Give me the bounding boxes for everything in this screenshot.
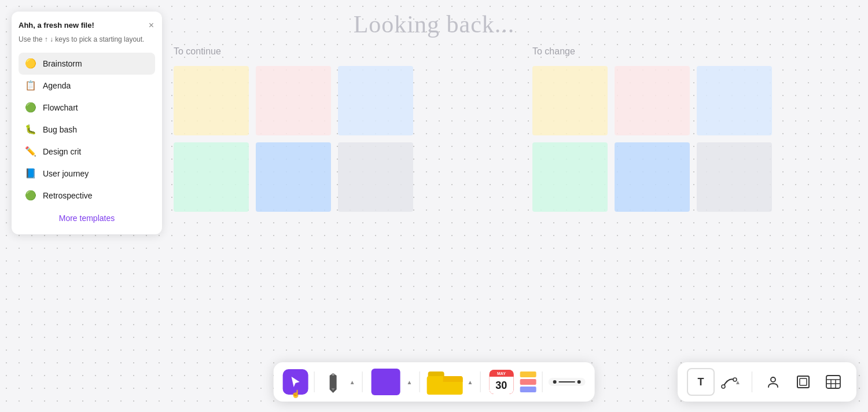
mini-icon-purple [520,387,536,392]
calendar-day: 30 [489,377,513,394]
select-arrow-icon [289,376,302,388]
table-tool-button[interactable] [819,368,847,396]
connector-dot-right [577,380,580,384]
sticky-note[interactable] [338,66,413,135]
sticky-chevron-icon[interactable]: ▲ [406,379,414,385]
connector-dot-left [553,380,556,384]
close-button[interactable]: × [148,21,155,30]
svg-rect-8 [826,376,840,388]
media-tool-section: ▲ [425,367,474,397]
sidebar-item-bugbash[interactable]: 🐛 Bug bash [19,119,155,141]
connector-tool-section [548,378,585,386]
apps-tool-section: MAY 30 [486,367,536,397]
template-title: Looking back... [354,10,515,38]
more-templates-link[interactable]: More templates [19,214,155,223]
notes-row-2-continue [174,142,498,212]
sidebar-panel: Ahh, a fresh new file! × Use the ↑ ↓ key… [12,12,162,234]
notes-column-change: To change [532,46,856,212]
svg-point-3 [722,385,725,388]
person-icon [766,374,781,389]
apps-tool-button[interactable]: MAY 30 [486,367,516,397]
sticky-note[interactable] [532,142,608,212]
sticky-tool-button[interactable] [369,367,403,397]
sidebar-item-label-bugbash: Bug bash [43,125,77,134]
pencil-chevron-icon[interactable]: ▲ [348,379,356,385]
frame-tool-button[interactable] [789,368,817,396]
frame-icon [796,374,811,389]
sidebar-hint: Use the ↑ ↓ keys to pick a starting layo… [19,35,155,45]
connector-line [558,381,575,382]
sticky-note[interactable] [174,66,249,135]
sticky-note[interactable] [256,142,331,212]
table-icon [825,374,841,389]
media-chevron-icon[interactable]: ▲ [466,379,474,385]
sidebar-item-brainstorm[interactable]: 🟡 Brainstorm [19,53,155,75]
sticky-note[interactable] [615,142,690,212]
sticky-preview [372,369,400,395]
sidebar-item-designcrit[interactable]: ✏️ Design crit [19,141,155,163]
sticky-note[interactable] [697,142,772,212]
notes-row-1-continue [174,66,498,135]
path-chevron-icon[interactable]: ▲ [735,379,741,385]
divider-3 [419,371,420,392]
brainstorm-icon: 🟡 [24,57,37,70]
mini-icons-strip [520,371,536,392]
sticky-note[interactable] [256,66,331,135]
column-label-continue: To continue [174,46,498,57]
right-divider-1 [752,371,752,392]
svg-rect-2 [332,373,334,376]
userjourney-icon: 📘 [24,167,37,180]
sidebar-item-userjourney[interactable]: 📘 User journey [19,163,155,185]
sidebar-item-agenda[interactable]: 📋 Agenda [19,75,155,97]
sidebar-item-label-agenda: Agenda [43,81,71,90]
hand-cursor-icon: ☝ [291,389,300,398]
sidebar-title: Ahh, a fresh new file! [19,21,94,30]
mini-icon-red [520,379,536,385]
sticky-note[interactable] [174,142,249,212]
connector-strip [548,378,585,386]
sidebar-item-label-retrospective: Retrospective [43,191,93,200]
calendar-month: MAY [497,371,506,376]
sticky-note[interactable] [532,66,608,135]
divider-5 [542,371,542,392]
sticky-tool-section: ▲ [369,367,414,397]
select-tool-button[interactable]: ☝ [283,369,308,395]
path-tool-button[interactable]: ▲ [717,368,745,396]
pencil-tool-button[interactable] [321,369,346,395]
sidebar-item-label-designcrit: Design crit [43,147,81,156]
bugbash-icon: 🐛 [24,123,37,136]
calendar-icon: MAY 30 [489,370,513,394]
sidebar-item-flowchart[interactable]: 🟢 Flowchart [19,97,155,119]
svg-point-5 [771,377,775,382]
sidebar-item-label-flowchart: Flowchart [43,103,78,112]
sticky-note[interactable] [697,66,772,135]
sidebar-item-label-userjourney: User journey [43,169,89,178]
media-tool-button[interactable] [425,367,464,397]
divider-4 [480,371,480,392]
right-toolbar: T ▲ [678,362,856,402]
sticky-note[interactable] [615,66,690,135]
profile-shape-button[interactable] [759,368,787,396]
divider-1 [314,371,315,392]
notes-column-continue: To continue [174,46,498,212]
select-tool-section: ☝ [283,369,308,395]
sidebar-item-label-brainstorm: Brainstorm [43,59,82,68]
main-toolbar: ☝ ▲ ▲ [274,362,595,402]
sidebar-items-list: 🟡 Brainstorm 📋 Agenda 🟢 Flowchart 🐛 Bug … [19,53,155,207]
flowchart-icon: 🟢 [24,101,37,114]
retrospective-icon: 🟢 [24,189,37,202]
text-tool-button[interactable]: T [687,368,715,396]
svg-rect-7 [800,378,807,385]
sidebar-item-retrospective[interactable]: 🟢 Retrospective [19,185,155,207]
pencil-tool-section: ▲ [321,369,356,395]
notes-row-2-change [532,142,856,212]
sticky-note[interactable] [338,142,413,212]
agenda-icon: 📋 [24,79,37,92]
column-label-change: To change [532,46,856,57]
notes-row-1-change [532,66,856,135]
notes-area: To continue To change [174,46,856,212]
text-tool-label: T [698,376,704,388]
designcrit-icon: ✏️ [24,145,37,158]
folder-icon [426,368,462,396]
mini-icon-yellow [520,371,536,377]
